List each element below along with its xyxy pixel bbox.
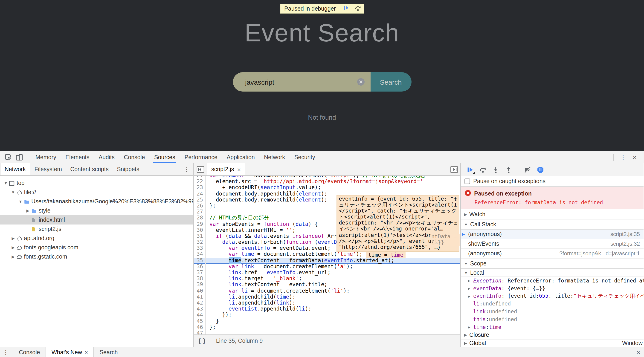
step-into-icon[interactable] (489, 164, 502, 175)
scope-section-global[interactable]: ▶GlobalWindow (461, 339, 644, 347)
pretty-print-icon[interactable]: { } (198, 338, 206, 344)
line-number[interactable]: 41 (194, 294, 206, 300)
tree-item-users-takanashikazuma-google-2[interactable]: ▼Users/takanashikazuma/Google%20%E3%83%8… (0, 197, 193, 206)
chevron-down-icon[interactable]: ▼ (10, 190, 16, 195)
main-tab-performance[interactable]: Performance (180, 151, 222, 163)
show-debugger-sidebar-icon[interactable] (449, 165, 459, 174)
call-stack-frame-anonymous[interactable]: ▶(anonymous)script2.js:35 (461, 230, 644, 239)
scope-variable-row[interactable]: ▶Exception: ReferenceError: formatData i… (461, 277, 644, 285)
toggle-device-toolbar-icon[interactable] (14, 152, 25, 162)
watch-section-header[interactable]: ▶ Watch (461, 209, 644, 219)
line-number[interactable]: 39 (194, 282, 206, 288)
line-number[interactable]: 44 (194, 312, 206, 318)
clear-search-icon[interactable] (356, 78, 365, 86)
line-number[interactable]: 30 (194, 227, 206, 233)
chevron-right-icon[interactable]: ▶ (467, 286, 472, 291)
line-number[interactable]: 24 (194, 191, 206, 197)
tree-item-fonts-googleapis-com[interactable]: ▶fonts.googleapis.com (0, 243, 193, 252)
code-viewport[interactable]: 21var element = document.createElement('… (194, 176, 460, 335)
code-line-44[interactable]: 44 }); (194, 312, 460, 318)
resume-script-execution-icon[interactable] (464, 164, 476, 175)
line-number[interactable]: 37 (194, 270, 206, 276)
step-over-banner-button[interactable] (352, 4, 364, 13)
close-tab-icon[interactable]: × (237, 166, 241, 173)
pause-on-caught-checkbox[interactable] (464, 178, 470, 184)
main-tab-network[interactable]: Network (260, 151, 290, 163)
devtools-menu-icon[interactable]: ⋮ (616, 154, 630, 161)
line-number[interactable]: 28 (194, 215, 206, 221)
line-number[interactable]: 35 (194, 257, 206, 263)
code-line-34[interactable]: 34 var time = document.createElement('ti… (194, 251, 460, 257)
close-drawer-icon[interactable]: × (634, 348, 644, 356)
main-tab-elements[interactable]: Elements (61, 151, 94, 163)
chevron-down-icon[interactable]: ▼ (18, 199, 24, 204)
line-number[interactable]: 23 (194, 185, 206, 191)
code-line-45[interactable]: 45 } (194, 318, 460, 324)
chevron-right-icon[interactable]: ▶ (25, 208, 31, 213)
main-tab-security[interactable]: Security (290, 151, 320, 163)
editor-tab-script2js[interactable]: script2.js × (207, 163, 245, 175)
call-stack-section-header[interactable]: ▼ Call Stack (461, 219, 644, 230)
drawer-tab-what-s-new[interactable]: What's New× (46, 347, 94, 357)
tree-item-script2-js[interactable]: script2.js (0, 225, 193, 234)
chevron-right-icon[interactable]: ▶ (10, 245, 16, 250)
line-number[interactable]: 31 (194, 233, 206, 239)
resume-script-button[interactable] (340, 4, 352, 13)
code-line-22[interactable]: 22 element.src = 'http://api.atnd.org/ev… (194, 178, 460, 184)
line-number[interactable]: 45 (194, 318, 206, 324)
scope-section-local[interactable]: ▼Local (461, 269, 644, 277)
scope-variable-row[interactable]: ▶eventInfo: {event_id: 655, title: "セキュリ… (461, 292, 644, 300)
line-number[interactable]: 27 (194, 209, 206, 215)
code-line-47[interactable]: 47 (194, 330, 460, 335)
scope-section-header[interactable]: ▼ Scope (461, 259, 644, 269)
scope-variable-row[interactable]: li: undefined (461, 300, 644, 308)
line-number[interactable]: 43 (194, 306, 206, 312)
chevron-right-icon[interactable]: ▶ (467, 325, 472, 330)
line-number[interactable]: 33 (194, 245, 206, 251)
chevron-down-icon[interactable]: ▼ (3, 181, 9, 185)
inspect-element-icon[interactable] (3, 152, 14, 162)
step-over-icon[interactable] (476, 164, 489, 175)
drawer-menu-icon[interactable]: ⋮ (0, 349, 13, 356)
code-line-43[interactable]: 43 eventList.appendChild(li); (194, 306, 460, 312)
code-line-37[interactable]: 37 link.href = eventInfo.event_url; (194, 270, 460, 276)
line-number[interactable]: 25 (194, 197, 206, 203)
line-number[interactable]: 26 (194, 203, 206, 209)
code-line-40[interactable]: 40 var li = document.createElement('li')… (194, 288, 460, 294)
main-tab-console[interactable]: Console (119, 151, 150, 163)
chevron-right-icon[interactable]: ▶ (467, 294, 472, 299)
navigator-tab-network[interactable]: Network (0, 163, 30, 175)
search-button[interactable]: Search (370, 72, 411, 91)
tree-item-api-atnd-org[interactable]: ▶api.atnd.org (0, 234, 193, 243)
drawer-tab-search[interactable]: Search (94, 347, 123, 357)
step-out-icon[interactable] (502, 164, 515, 175)
call-stack-frame-anonymous[interactable]: (anonymous)?format=jsonp&k...d=javascrip… (461, 249, 644, 259)
code-line-36[interactable]: 36 var link = document.createElement('a'… (194, 264, 460, 270)
code-line-39[interactable]: 39 link.textContent = event.title; (194, 282, 460, 288)
scope-section-closure[interactable]: ▶Closure (461, 331, 644, 339)
close-devtools-icon[interactable]: × (630, 153, 640, 161)
tree-item-style[interactable]: ▶style (0, 206, 193, 215)
code-line-41[interactable]: 41 li.appendChild(time); (194, 294, 460, 300)
line-number[interactable]: 47 (194, 330, 206, 335)
line-number[interactable]: 36 (194, 264, 206, 270)
scope-variable-row[interactable]: link: undefined (461, 308, 644, 316)
tree-item-fonts-gstatic-com[interactable]: ▶fonts.gstatic.com (0, 252, 193, 261)
tree-item-index-html[interactable]: index.html (0, 215, 193, 225)
tree-item-file[interactable]: ▼file:// (0, 188, 193, 197)
line-number[interactable]: 38 (194, 276, 206, 282)
search-input[interactable] (233, 72, 370, 91)
main-tab-application[interactable]: Application (222, 151, 260, 163)
navigator-tab-snippets[interactable]: Snippets (113, 163, 144, 175)
scope-variable-row[interactable]: ▶eventData: {event: {…}} (461, 285, 644, 293)
code-line-42[interactable]: 42 li.appendChild(link); (194, 300, 460, 306)
code-line-46[interactable]: 46}; (194, 324, 460, 330)
scope-variable-row[interactable]: ▶time: time (461, 324, 644, 331)
chevron-right-icon[interactable]: ▶ (467, 279, 472, 283)
line-number[interactable]: 32 (194, 239, 206, 245)
main-tab-audits[interactable]: Audits (94, 151, 120, 163)
line-number[interactable]: 29 (194, 221, 206, 227)
deactivate-breakpoints-icon[interactable] (521, 164, 534, 175)
line-number[interactable]: 46 (194, 324, 206, 330)
pause-on-exceptions-icon[interactable] (534, 164, 547, 175)
